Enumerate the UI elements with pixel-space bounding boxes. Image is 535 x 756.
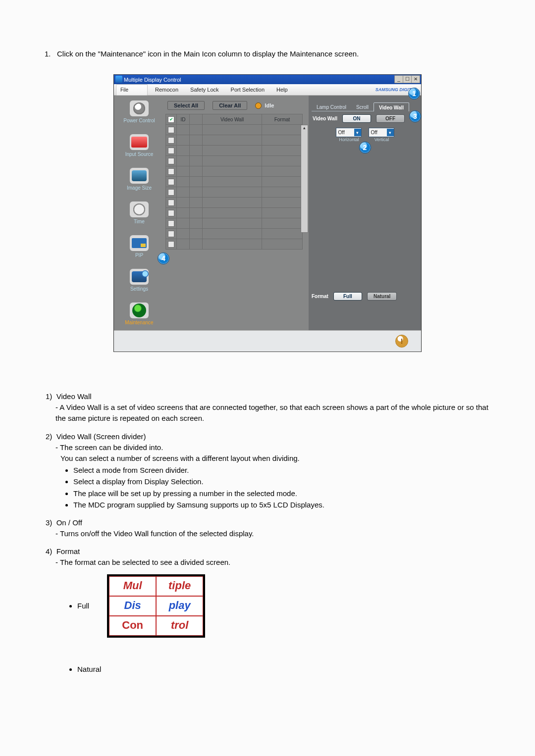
table-row[interactable] — [166, 146, 307, 156]
table-row[interactable] — [166, 125, 307, 135]
format-full-label: Full — [77, 601, 89, 611]
format-row: Format Full Natural — [312, 292, 418, 301]
menu-file[interactable]: File — [116, 84, 148, 96]
chevron-down-icon: ▾ — [387, 129, 394, 136]
tab-scroll[interactable]: Scroll — [351, 102, 374, 111]
full-word-2: tiple — [156, 576, 203, 596]
table-row[interactable] — [166, 135, 307, 146]
item-2-title: Video Wall (Screen divider) — [56, 432, 146, 441]
select-all-button[interactable]: Select All — [167, 101, 205, 110]
page-heading: 1. Click on the "Maintenance" icon in th… — [0, 0, 535, 67]
col-id: ID — [176, 114, 190, 125]
menu-remocon[interactable]: Remocon — [151, 85, 183, 94]
col-icon — [189, 114, 203, 125]
idle-dot-icon — [255, 102, 262, 109]
settings-panel: Lamp Control Scroll Video Wall 1 Video W… — [309, 96, 421, 330]
scrollbar[interactable] — [301, 125, 308, 233]
window-controls: _ ☐ ✕ — [395, 75, 420, 83]
sidebar-item-input-source[interactable]: Input Source — [115, 134, 163, 157]
horizontal-select[interactable]: Off ▾ — [336, 128, 362, 137]
pip-icon — [130, 235, 149, 251]
sidebar-item-time[interactable]: Time — [115, 202, 163, 224]
sidebar-item-pip[interactable]: PIP — [115, 235, 163, 258]
heading-text: Click on the "Maintenance" icon in the M… — [57, 50, 359, 58]
sidebar-item-maintenance[interactable]: Maintenance — [115, 302, 163, 325]
menu-port-selection[interactable]: Port Selection — [226, 85, 269, 94]
format-full-button[interactable]: Full — [333, 292, 362, 301]
format-full-visual: Mul tiple Dis play Con trol — [107, 574, 205, 638]
clear-all-button[interactable]: Clear All — [213, 101, 247, 110]
center-area: Select All Clear All Idle ID Video Wall … — [164, 96, 309, 330]
table-row[interactable] — [166, 229, 307, 239]
app-body: Power Control Input Source Image Size Ti… — [114, 96, 421, 330]
sidebar-label: Maintenance — [125, 320, 153, 325]
callout-3: 3 — [409, 110, 421, 122]
text-block: 1) Video Wall - A Video Wall is a set of… — [0, 364, 535, 678]
mdc-dialog: Multiple Display Control _ ☐ ✕ File Remo… — [113, 74, 422, 352]
sidebar-label: Time — [134, 219, 145, 224]
item-2: 2) Video Wall (Screen divider) - The scr… — [46, 431, 500, 510]
format-natural-label: Natural — [77, 664, 101, 675]
window-title: Multiple Display Control — [124, 77, 181, 83]
video-wall-off-button[interactable]: OFF — [376, 114, 405, 123]
item-2-line1: - The screen can be divided into. — [46, 442, 500, 453]
full-word-5: Con — [109, 616, 156, 636]
sidebar-item-image-size[interactable]: Image Size — [115, 168, 163, 191]
callout-2: 2 — [359, 142, 371, 153]
table-row[interactable] — [166, 177, 307, 187]
app-icon — [115, 76, 122, 83]
menu-safety-lock[interactable]: Safety Lock — [186, 85, 223, 94]
checkbox-icon[interactable] — [168, 116, 174, 123]
callout-1: 1 — [408, 88, 420, 100]
video-wall-on-button[interactable]: ON — [342, 114, 371, 123]
item-1-num: 1) — [46, 392, 52, 401]
item-2-line2: You can select a number of screens with … — [46, 453, 500, 464]
item-4-line1: - The format can be selected to see a di… — [46, 557, 500, 568]
sidebar-item-power-control[interactable]: Power Control — [115, 101, 163, 123]
format-full-row: Full Mul tiple Dis play Con trol — [59, 571, 214, 641]
format-label: Format — [312, 294, 328, 299]
item-2-bullet-3: The place will be set up by pressing a n… — [73, 488, 500, 499]
tab-lamp-control[interactable]: Lamp Control — [312, 102, 351, 111]
table-row[interactable] — [166, 156, 307, 166]
item-3-title: On / Off — [56, 518, 82, 527]
menu-help[interactable]: Help — [272, 85, 292, 94]
table-row[interactable] — [166, 239, 307, 250]
table-row[interactable] — [166, 187, 307, 198]
format-natural-button[interactable]: Natural — [367, 292, 397, 301]
minimize-button[interactable]: _ — [394, 75, 403, 83]
col-video-wall: Video Wall — [202, 114, 262, 125]
maintenance-icon — [130, 302, 149, 318]
sidebar-item-settings[interactable]: Settings — [115, 269, 163, 292]
item-2-num: 2) — [46, 432, 52, 441]
table-row[interactable] — [166, 166, 307, 177]
heading-number: 1. — [45, 50, 51, 58]
titlebar: Multiple Display Control _ ☐ ✕ — [114, 75, 421, 84]
info-icon[interactable] — [395, 335, 408, 348]
maximize-button[interactable]: ☐ — [403, 75, 412, 83]
idle-status: Idle — [255, 102, 274, 109]
image-size-icon — [130, 168, 149, 184]
idle-label: Idle — [265, 102, 274, 108]
table-row[interactable] — [166, 218, 307, 229]
screen-divider-row: Off ▾ Horizontal Off ▾ Vertical 2 — [312, 128, 418, 142]
table-row[interactable] — [166, 198, 307, 208]
item-1: 1) Video Wall - A Video Wall is a set of… — [46, 391, 500, 424]
vertical-select[interactable]: Off ▾ — [369, 128, 394, 137]
tab-video-wall[interactable]: Video Wall — [374, 102, 409, 111]
sidebar: Power Control Input Source Image Size Ti… — [114, 96, 164, 330]
vertical-label: Vertical — [370, 137, 394, 142]
item-4-num: 4) — [46, 547, 52, 555]
item-3: 3) On / Off - Turns on/off the Video Wal… — [46, 517, 500, 539]
sidebar-label: Input Source — [125, 151, 154, 157]
settings-icon — [130, 269, 149, 285]
input-source-icon — [130, 134, 149, 150]
display-grid: ID Video Wall Format — [165, 114, 308, 250]
item-4-title: Format — [56, 547, 80, 555]
item-1-title: Video Wall — [56, 392, 92, 401]
item-1-line1: - A Video Wall is a set of video screens… — [46, 402, 500, 424]
menubar: File Remocon Safety Lock Port Selection … — [114, 84, 421, 96]
close-button[interactable]: ✕ — [411, 75, 420, 83]
table-row[interactable] — [166, 208, 307, 218]
video-wall-label: Video Wall — [313, 116, 337, 121]
